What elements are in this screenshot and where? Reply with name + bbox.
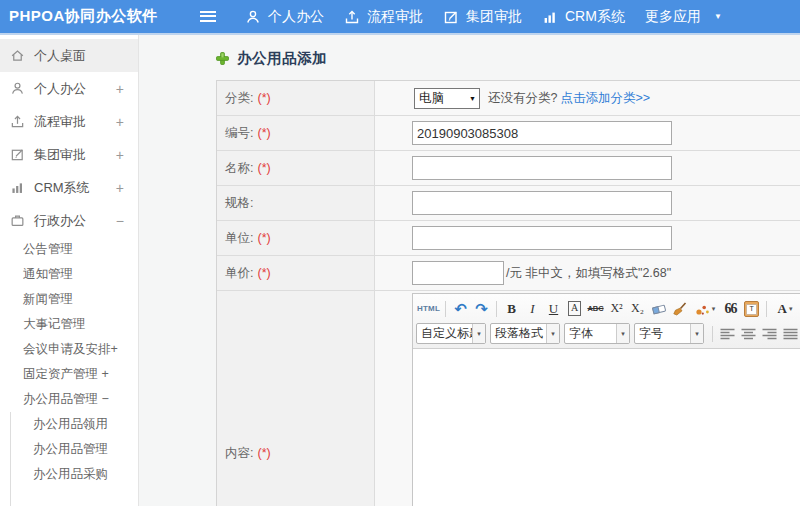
spec-input[interactable] (412, 191, 672, 215)
topbar: PHPOA协同办公软件 个人办公 流程审批 集团审批 CRM系统 更多应用 ▼ (0, 0, 800, 35)
strikethrough-button[interactable]: ABC (586, 299, 605, 318)
align-justify-button[interactable] (781, 324, 800, 343)
align-center-button[interactable] (739, 324, 758, 343)
custom-title-combo[interactable]: 自定义标题 ▾ (416, 323, 486, 344)
font-family-combo[interactable]: 字体 ▾ (564, 323, 630, 344)
category-select[interactable]: 电脑 ▼ (414, 88, 480, 109)
chart-icon (542, 9, 558, 25)
sidebar-item-label: CRM系统 (34, 179, 90, 197)
form-row-price: 单价: (*) /元 非中文，如填写格式"2.68" (217, 256, 800, 291)
align-left-icon (720, 328, 735, 340)
sidebar-item-events-mgmt[interactable]: 大事记管理 (0, 312, 138, 337)
sidebar-item-fixed-assets-mgmt[interactable]: 固定资产管理 + (0, 362, 138, 387)
source-code-button[interactable]: HTML (417, 299, 440, 318)
redo-button[interactable]: ↷ (472, 299, 491, 318)
main-content: 办公用品添加 分类: (*) 电脑 ▼ 还没有分类? 点击添加分类>> (140, 35, 800, 506)
italic-button[interactable]: I (523, 299, 542, 318)
undo-button[interactable]: ↶ (451, 299, 470, 318)
required-mark: (*) (257, 91, 270, 105)
sidebar-item-meeting-mgmt[interactable]: 会议申请及安排+ (0, 337, 138, 362)
office-supplies-subgroup: 办公用品领用 办公用品管理 办公用品采购 (10, 412, 138, 506)
expand-plus[interactable]: + (116, 181, 124, 195)
sidebar-item-personal-desktop[interactable]: 个人桌面 (0, 39, 138, 72)
sidebar-item-label: 个人桌面 (34, 47, 86, 65)
category-hint: 还没有分类? (488, 90, 557, 107)
font-size-combo[interactable]: 字号 ▾ (634, 323, 704, 344)
hamburger-menu-icon[interactable] (200, 11, 216, 22)
font-color-button[interactable]: A ▾ (772, 299, 798, 318)
toolbar-separator (445, 301, 446, 317)
sidebar-item-workflow-approval[interactable]: 流程审批 + (0, 105, 138, 138)
edit-icon (10, 147, 25, 162)
format-painter-button[interactable] (670, 299, 689, 318)
align-justify-icon (783, 328, 798, 340)
topnav-group-approval[interactable]: 集团审批 (443, 8, 522, 26)
sidebar-item-supplies-requisition[interactable]: 办公用品领用 (11, 412, 138, 437)
top-navigation: 个人办公 流程审批 集团审批 CRM系统 更多应用 ▼ (245, 8, 742, 26)
sidebar-item-announcement-mgmt[interactable]: 公告管理 (0, 237, 138, 262)
superscript-button[interactable]: X² (607, 299, 626, 318)
paste-text-button[interactable]: T (742, 299, 761, 318)
required-mark: (*) (257, 126, 270, 140)
sidebar-item-supplies-manage[interactable]: 办公用品管理 (11, 437, 138, 462)
name-input[interactable] (412, 156, 672, 180)
field-label: 内容: (225, 445, 253, 462)
paragraph-format-combo[interactable]: 段落格式 ▾ (490, 323, 560, 344)
field-label: 单价: (225, 265, 253, 282)
format-painter-icon (672, 302, 687, 316)
topnav-label: 更多应用 (645, 8, 701, 26)
sidebar-item-supplies-purchase[interactable]: 办公用品采购 (11, 462, 138, 487)
topnav-more-apps[interactable]: 更多应用 ▼ (645, 8, 722, 26)
blockquote-button[interactable]: 66 (721, 299, 740, 318)
topnav-workflow-approval[interactable]: 流程审批 (344, 8, 423, 26)
required-mark: (*) (257, 446, 270, 460)
user-icon (245, 9, 261, 25)
price-input[interactable] (412, 261, 504, 285)
expand-minus[interactable]: − (116, 214, 124, 228)
field-label: 单位: (225, 230, 253, 247)
align-left-button[interactable] (718, 324, 737, 343)
unit-input[interactable] (412, 226, 672, 250)
home-icon (10, 48, 25, 63)
topnav-crm-system[interactable]: CRM系统 (542, 8, 625, 26)
topnav-personal-office[interactable]: 个人办公 (245, 8, 324, 26)
sidebar-item-news-mgmt[interactable]: 新闻管理 (0, 287, 138, 312)
clipboard-icon: T (744, 301, 759, 317)
topnav-label: CRM系统 (565, 8, 625, 26)
sidebar-item-office-supplies-mgmt[interactable]: 办公用品管理 − (0, 387, 138, 412)
expand-plus[interactable]: + (116, 82, 124, 96)
page-title-text: 办公用品添加 (237, 49, 327, 68)
price-hint: /元 非中文，如填写格式"2.68" (506, 265, 671, 282)
form-row-code: 编号: (*) (217, 116, 800, 151)
add-category-link[interactable]: 点击添加分类>> (560, 90, 650, 107)
underline-button[interactable]: U (544, 299, 563, 318)
sidebar-item-label: 流程审批 (34, 113, 86, 131)
form-row-name: 名称: (*) (217, 151, 800, 186)
sidebar-item-label: 个人办公 (34, 80, 86, 98)
paint-format-button[interactable]: ▾ (691, 299, 719, 318)
toolbar-separator (712, 326, 713, 342)
editor-content-area[interactable] (413, 349, 800, 506)
field-label: 编号: (225, 125, 253, 142)
caret-down-icon: ▼ (714, 13, 722, 21)
expand-plus[interactable]: + (116, 115, 124, 129)
bold-button[interactable]: B (502, 299, 521, 318)
sidebar-item-notice-mgmt[interactable]: 通知管理 (0, 262, 138, 287)
sidebar-item-crm-system[interactable]: CRM系统 + (0, 171, 138, 204)
page-title: 办公用品添加 (216, 48, 800, 68)
sidebar-item-personal-office[interactable]: 个人办公 + (0, 72, 138, 105)
subscript-button[interactable]: X₂ (628, 299, 647, 318)
eraser-button[interactable] (649, 299, 668, 318)
form-row-unit: 单位: (*) (217, 221, 800, 256)
required-mark: (*) (257, 266, 270, 280)
caret-small-icon: ▾ (546, 324, 559, 343)
autotypeset-button[interactable]: A (565, 299, 584, 318)
sidebar-item-group-approval[interactable]: 集团审批 + (0, 138, 138, 171)
form-row-content: 内容: (*) HTML ↶ ↷ B (217, 291, 800, 506)
form-row-spec: 规格: (217, 186, 800, 221)
expand-plus[interactable]: + (116, 148, 124, 162)
workflow-icon (10, 114, 25, 129)
align-right-button[interactable] (760, 324, 779, 343)
sidebar-item-admin-office[interactable]: 行政办公 − (0, 204, 138, 237)
code-input[interactable] (412, 121, 672, 145)
